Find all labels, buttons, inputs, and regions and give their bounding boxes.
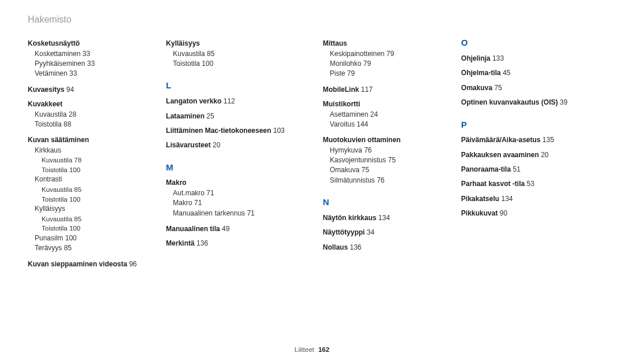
entry-paivamaara: Päivämäärä/Aika-asetus 135 bbox=[461, 135, 596, 145]
entry-nayton: Näytön kirkkaus 134 bbox=[323, 213, 455, 223]
sub-entry: Manuaalinen tarkennus 71 bbox=[173, 209, 317, 218]
sub-group-kontrasti: Kontrasti bbox=[35, 174, 160, 184]
entry-mobilelink: MobileLink 117 bbox=[323, 85, 455, 95]
entry-pikkukuvat: Pikkukuvat 90 bbox=[461, 209, 596, 218]
sub-entry: Toistotila 100 bbox=[173, 59, 317, 69]
column-4: O Ohjelinja 133 Ohjelma-tila 45 Omakuva … bbox=[461, 36, 596, 269]
page-footer: Liitteet 162 bbox=[0, 345, 624, 355]
entry-parhaat: Parhaat kasvot -tila 53 bbox=[461, 179, 596, 189]
sub-entry: Silmätunnistus 76 bbox=[330, 176, 455, 185]
column-3: Mittaus Keskipainotteinen 79 Monilohko 7… bbox=[323, 36, 455, 269]
section-letter-l: L bbox=[166, 79, 317, 92]
entry-mittaus: Mittaus bbox=[323, 39, 455, 49]
sub-entry: Toistotila 88 bbox=[35, 120, 160, 129]
section-letter-m: M bbox=[166, 161, 317, 174]
entry-pikakatselu: Pikakatselu 134 bbox=[461, 194, 596, 204]
page-title: Hakemisto bbox=[28, 13, 596, 26]
subsub-entry: Toistotila 100 bbox=[42, 195, 160, 205]
sub-entry: Terävyys 85 bbox=[35, 243, 160, 253]
sub-entry: Monilohko 79 bbox=[330, 59, 455, 69]
entry-lataaminen: Lataaminen 25 bbox=[166, 112, 317, 121]
entry-manuaalinen: Manuaalinen tila 49 bbox=[166, 224, 317, 234]
sub-entry: Aut.makro 71 bbox=[173, 188, 317, 198]
subsub-entry: Kuvaustila 85 bbox=[42, 214, 160, 224]
index-columns: Kosketusnäyttö Koskettaminen 33 Pyyhkäis… bbox=[28, 36, 596, 269]
entry-makro: Makro bbox=[166, 178, 317, 188]
entry-merkinta: Merkintä 136 bbox=[166, 239, 317, 248]
entry-kosketusnaytto: Kosketusnäyttö bbox=[28, 39, 160, 49]
sub-entry: Koskettaminen 33 bbox=[35, 49, 160, 59]
entry-kuvaesitys: Kuvaesitys 94 bbox=[28, 85, 160, 95]
column-2: Kylläisyys Kuvaustila 85 Toistotila 100 … bbox=[166, 36, 317, 269]
sub-entry: Piste 79 bbox=[330, 69, 455, 79]
entry-omakuva: Omakuva 75 bbox=[461, 83, 596, 93]
sub-entry: Keskipainotteinen 79 bbox=[330, 49, 455, 59]
entry-kyllaisyys: Kylläisyys bbox=[166, 39, 317, 49]
entry-pakkauksen: Pakkauksen avaaminen 20 bbox=[461, 150, 596, 160]
subsub-entry: Toistotila 100 bbox=[42, 224, 160, 233]
section-letter-p: P bbox=[461, 118, 596, 131]
sub-entry: Makro 71 bbox=[173, 198, 317, 208]
section-letter-n: N bbox=[323, 196, 455, 209]
entry-liittaminen: Liittäminen Mac-tietokoneeseen 103 bbox=[166, 126, 317, 136]
subsub-entry: Kuvaustila 78 bbox=[42, 155, 160, 165]
column-1: Kosketusnäyttö Koskettaminen 33 Pyyhkäis… bbox=[28, 36, 160, 269]
sub-entry: Kuvaustila 28 bbox=[35, 110, 160, 120]
entry-muotokuvien: Muotokuvien ottaminen bbox=[323, 135, 455, 145]
entry-muistikortti: Muistikortti bbox=[323, 99, 455, 109]
entry-nayttotyyppi: Näyttötyyppi 34 bbox=[323, 228, 455, 237]
subsub-entry: Toistotila 100 bbox=[42, 165, 160, 175]
entry-kuvakkeet: Kuvakkeet bbox=[28, 99, 160, 109]
entry-ohjelinja: Ohjelinja 133 bbox=[461, 54, 596, 64]
sub-group-kirkkaus: Kirkkaus bbox=[35, 146, 160, 155]
entry-optinen: Optinen kuvanvakautus (OIS) 39 bbox=[461, 98, 596, 107]
sub-entry: Kuvaustila 85 bbox=[173, 49, 317, 59]
sub-entry: Varoitus 144 bbox=[330, 120, 455, 129]
entry-kuvansaataminen: Kuvan säätäminen bbox=[28, 135, 160, 145]
entry-ohjelmatila: Ohjelma-tila 45 bbox=[461, 68, 596, 78]
sub-entry: Hymykuva 76 bbox=[330, 146, 455, 155]
entry-panoraama: Panoraama-tila 51 bbox=[461, 165, 596, 174]
footer-section-label: Liitteet bbox=[295, 346, 314, 353]
entry-langaton: Langaton verkko 112 bbox=[166, 96, 317, 106]
sub-entry: Asettaminen 24 bbox=[330, 110, 455, 120]
subsub-entry: Kuvaustila 85 bbox=[42, 185, 160, 195]
footer-page-number: 162 bbox=[318, 346, 329, 353]
entry-lisavarusteet: Lisävarusteet 20 bbox=[166, 140, 317, 150]
entry-sieppaaminen: Kuvan sieppaaminen videosta 96 bbox=[28, 259, 160, 269]
sub-group-kyllaisyys: Kylläisyys bbox=[35, 204, 160, 214]
sub-entry: Punasilm 100 bbox=[35, 233, 160, 243]
sub-entry: Omakuva 75 bbox=[330, 165, 455, 175]
section-letter-o: O bbox=[461, 36, 596, 49]
sub-entry: Vetäminen 33 bbox=[35, 69, 160, 79]
entry-nollaus: Nollaus 136 bbox=[323, 243, 455, 252]
sub-entry: Kasvojentunnistus 75 bbox=[330, 155, 455, 165]
sub-entry: Pyyhkäiseminen 33 bbox=[35, 59, 160, 69]
